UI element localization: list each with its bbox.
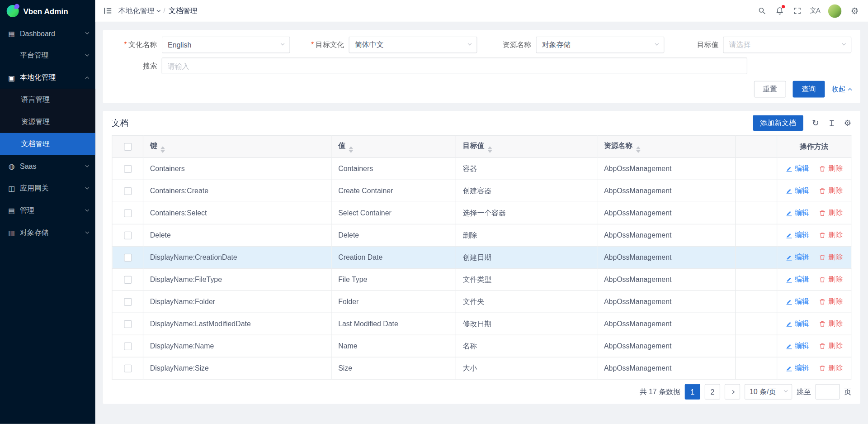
sidebar-item-resource-mgmt[interactable]: 资源管理 [0, 111, 95, 133]
page-button-2[interactable]: 2 [705, 384, 720, 400]
page-size-select[interactable]: 10 条/页 [745, 384, 792, 400]
delete-link[interactable]: 删除 [819, 274, 843, 284]
edit-link[interactable]: 编辑 [785, 363, 809, 373]
collapse-menu-icon[interactable] [99, 3, 115, 19]
edit-link-label: 编辑 [795, 296, 809, 306]
sidebar-item-saas[interactable]: ◍ Saas [0, 155, 95, 177]
sidebar-item-dashboard[interactable]: ▦ Dashboard [0, 22, 95, 44]
translate-icon[interactable]: 文A [807, 3, 822, 19]
cell-resource: AbpOssManagement [597, 224, 736, 246]
select-all-checkbox[interactable] [124, 143, 132, 151]
target-value-label: 目标值 [673, 40, 723, 50]
edit-link[interactable]: 编辑 [785, 164, 809, 174]
sidebar-item-label: 应用网关 [20, 183, 49, 193]
query-button[interactable]: 查询 [793, 81, 825, 98]
pencil-icon [785, 232, 793, 239]
next-page-button[interactable] [725, 384, 740, 400]
row-checkbox[interactable] [124, 320, 132, 328]
avatar[interactable] [828, 4, 841, 17]
delete-link[interactable]: 删除 [819, 363, 843, 373]
sidebar-item-language-mgmt[interactable]: 语言管理 [0, 89, 95, 111]
breadcrumb-parent[interactable]: 本地化管理 [118, 6, 160, 16]
row-checkbox[interactable] [124, 343, 132, 350]
sort-carets-icon[interactable] [636, 146, 641, 153]
delete-link[interactable]: 删除 [819, 208, 843, 218]
delete-link[interactable]: 删除 [819, 319, 843, 329]
column-header-target[interactable]: 目标值 [456, 135, 597, 157]
table-row[interactable]: DisplayName:Size Size 大小 AbpOssManagemen… [112, 357, 851, 379]
reset-button[interactable]: 重置 [754, 81, 786, 98]
row-checkbox[interactable] [124, 232, 132, 239]
table-row[interactable]: Containers Containers 容器 AbpOssManagemen… [112, 157, 851, 180]
resource-name-select[interactable]: 对象存储 [536, 37, 664, 53]
search-icon[interactable] [754, 3, 769, 19]
column-header-resource[interactable]: 资源名称 [597, 135, 736, 157]
jump-label: 跳至 [797, 387, 811, 397]
table-row[interactable]: Containers:Select Select Container 选择一个容… [112, 202, 851, 224]
edit-link[interactable]: 编辑 [785, 208, 809, 218]
documents-table: 键 值 目标值 资源名称 操作方法 [112, 135, 851, 380]
edit-link[interactable]: 编辑 [785, 319, 809, 329]
culture-name-select[interactable]: English [162, 37, 290, 53]
row-checkbox[interactable] [124, 187, 132, 195]
sidebar: Vben Admin ▦ Dashboard 平台管理 ▣ 本地化管理 语言管理 [0, 0, 95, 424]
delete-link[interactable]: 删除 [819, 230, 843, 240]
table-row[interactable]: Delete Delete 删除 AbpOssManagement 编辑 删除 [112, 224, 851, 246]
delete-link[interactable]: 删除 [819, 164, 843, 174]
pencil-icon [785, 187, 793, 195]
sidebar-item-platform[interactable]: 平台管理 [0, 44, 95, 67]
add-document-button[interactable]: 添加新文档 [753, 115, 803, 131]
table-row[interactable]: DisplayName:Folder Folder 文件夹 AbpOssMana… [112, 291, 851, 313]
sidebar-item-localization[interactable]: ▣ 本地化管理 [0, 67, 95, 89]
edit-link[interactable]: 编辑 [785, 230, 809, 240]
sidebar-item-object-storage[interactable]: ▥ 对象存储 [0, 222, 95, 244]
target-value-select[interactable]: 请选择 [723, 37, 851, 53]
target-culture-select[interactable]: 简体中文 [349, 37, 477, 53]
gateway-icon: ◫ [7, 184, 17, 192]
delete-link-label: 删除 [828, 274, 843, 284]
app-logo[interactable]: Vben Admin [0, 0, 95, 22]
column-settings-gear-icon[interactable]: ⚙ [844, 118, 851, 128]
delete-link[interactable]: 删除 [819, 186, 843, 196]
fullscreen-icon[interactable] [789, 3, 805, 19]
sidebar-item-document-mgmt[interactable]: 文档管理 [0, 133, 95, 155]
table-row[interactable]: Containers:Create Create Container 创建容器 … [112, 180, 851, 202]
delete-link[interactable]: 删除 [819, 341, 843, 351]
row-checkbox[interactable] [124, 276, 132, 284]
cell-value: Size [331, 357, 456, 379]
settings-gear-icon[interactable]: ⚙ [847, 3, 862, 19]
edit-link[interactable]: 编辑 [785, 341, 809, 351]
row-checkbox[interactable] [124, 298, 132, 306]
page-button-1[interactable]: 1 [685, 384, 700, 400]
sort-carets-icon[interactable] [488, 146, 492, 153]
table-row[interactable]: DisplayName:CreationDate Creation Date 创… [112, 246, 851, 268]
collapse-link[interactable]: 收起 [831, 84, 851, 94]
row-height-icon[interactable] [828, 119, 835, 127]
delete-link[interactable]: 删除 [819, 296, 843, 306]
column-header-value[interactable]: 值 [331, 135, 456, 157]
search-input[interactable] [162, 57, 748, 74]
row-checkbox[interactable] [124, 165, 132, 173]
delete-link[interactable]: 删除 [819, 252, 843, 262]
table-row[interactable]: DisplayName:LastModifiedDate Last Modifi… [112, 313, 851, 335]
sidebar-item-admin[interactable]: ▤ 管理 [0, 200, 95, 222]
field-resource-name: 资源名称 对象存储 [486, 37, 664, 53]
row-checkbox[interactable] [124, 210, 132, 217]
row-checkbox[interactable] [124, 365, 132, 372]
column-header-key[interactable]: 键 [143, 135, 331, 157]
edit-link[interactable]: 编辑 [785, 296, 809, 306]
edit-link[interactable]: 编辑 [785, 252, 809, 262]
table-row[interactable]: DisplayName:Name Name 名称 AbpOssManagemen… [112, 335, 851, 357]
sort-carets-icon[interactable] [349, 146, 353, 153]
edit-link[interactable]: 编辑 [785, 274, 809, 284]
row-checkbox[interactable] [124, 254, 132, 262]
table-row[interactable]: DisplayName:FileType File Type 文件类型 AbpO… [112, 268, 851, 291]
edit-link[interactable]: 编辑 [785, 186, 809, 196]
edit-link-label: 编辑 [795, 252, 809, 262]
jump-page-input[interactable] [816, 384, 840, 400]
sidebar-item-gateway[interactable]: ◫ 应用网关 [0, 177, 95, 200]
cell-key: DisplayName:Folder [143, 291, 331, 313]
notification-bell-icon[interactable] [772, 3, 787, 19]
refresh-icon[interactable]: ↻ [812, 118, 819, 128]
sort-carets-icon[interactable] [160, 146, 165, 153]
